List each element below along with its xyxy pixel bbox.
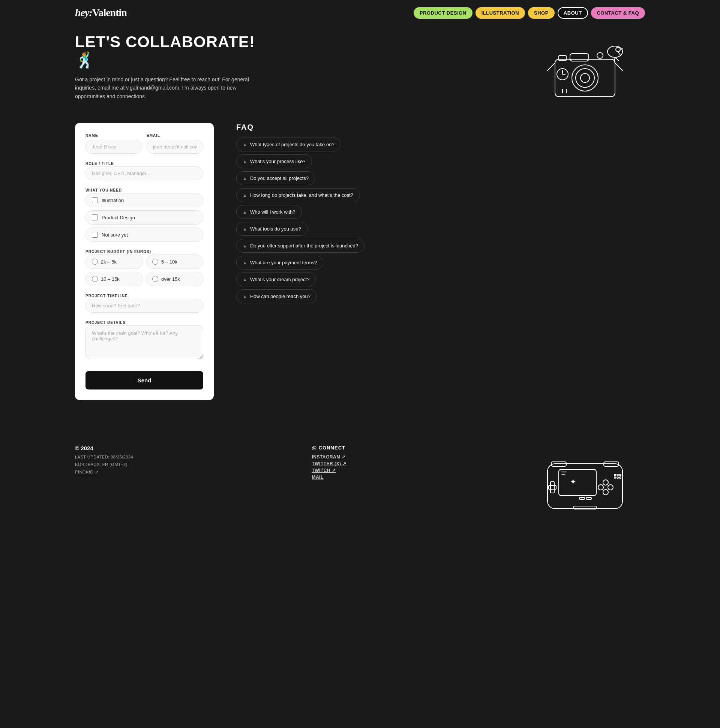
footer-link-mail[interactable]: MAIL [312,474,346,480]
budget-2k-5k[interactable]: 2k – 5k [86,255,143,269]
svg-point-27 [603,480,608,485]
radio-5-10k[interactable] [152,258,158,265]
faq-section: FAQ ▲What types of projects do you take … [236,123,645,306]
faq-arrow-icon: ▲ [243,277,247,282]
budget-5-10k[interactable]: 5 – 10k [146,255,203,269]
svg-line-17 [618,52,620,55]
email-group: EMAIL [147,133,203,154]
footer-link-twitch[interactable]: TWITCH ↗ [312,468,346,473]
budget-label: PROJECT BUDGET (IN EUROS) [86,250,151,254]
svg-point-29 [598,485,604,490]
footer-svg: ✦ [525,445,645,520]
option-illustration[interactable]: Illustration [86,193,203,207]
name-group: NAME [86,133,142,154]
hero-description: Got a project in mind or just a question… [75,75,262,101]
role-label: ROLE / TITLE [86,162,114,166]
faq-item-q6[interactable]: ▲What tools do you use? [236,222,308,236]
faq-arrow-icon: ▲ [243,193,247,198]
site-logo[interactable]: hey:Valentin [75,7,127,19]
footer-pinokio-link[interactable]: PINOKIO ↗ [75,470,98,474]
faq-item-q1[interactable]: ▲What types of projects do you take on? [236,138,341,151]
svg-point-30 [603,489,608,495]
email-label: EMAIL [147,133,203,138]
hero-left: Let's Collaborate! 🕺 Got a project in mi… [75,33,262,101]
nav-contact[interactable]: Contact & FAQ [591,7,645,19]
timeline-input[interactable] [86,299,203,313]
faq-arrow-icon: ▲ [243,142,247,147]
nav-about[interactable]: About [558,7,588,19]
svg-point-2 [576,69,594,87]
svg-point-6 [597,52,603,58]
faq-item-q10[interactable]: ▲How can people reach you? [236,289,317,303]
radio-over-15k[interactable] [152,276,158,282]
what-label: WHAT YOU NEED [86,188,122,192]
svg-point-15 [616,47,620,52]
email-link[interactable]: v.galmand@gmail.com [126,85,179,91]
checkbox-options: Illustration Product Design Not sure yet [86,193,203,242]
checkbox-not-sure[interactable] [92,232,98,238]
footer-illustration: ✦ [525,445,645,520]
contact-form-card: NAME EMAIL ROLE / TITLE WHAT YOU NEED Il… [75,123,214,400]
hero-illustration [525,33,645,108]
faq-item-q2[interactable]: ▲What's your process like? [236,154,312,168]
svg-line-8 [615,63,622,70]
details-label: PROJECT DETAILS [86,321,126,325]
svg-line-19 [615,57,619,61]
footer-left: © 2024 LAST UPDATED: 08/25/2024 BORDEAUX… [75,445,133,476]
svg-point-3 [581,73,590,83]
timeline-label: PROJECT TIMELINE [86,294,128,298]
faq-item-q7[interactable]: ▲Do you offer support after the project … [236,239,365,253]
budget-10-15k[interactable]: 10 – 15k [86,272,143,286]
svg-point-39 [617,477,618,478]
checkbox-product-design[interactable] [92,214,98,220]
faq-item-q5[interactable]: ▲Who will I work with? [236,205,302,219]
name-email-row: NAME EMAIL [86,133,203,154]
email-input[interactable] [147,140,203,154]
checkbox-illustration[interactable] [92,197,98,203]
nav-shop[interactable]: Shop [528,7,555,19]
hero-title: Let's Collaborate! 🕺 [75,33,262,69]
send-button[interactable]: Send [86,371,203,390]
radio-2k-5k[interactable] [92,258,98,265]
faq-arrow-icon: ▲ [243,159,247,164]
footer: © 2024 LAST UPDATED: 08/25/2024 BORDEAUX… [0,430,720,535]
details-textarea[interactable] [86,326,203,359]
faq-arrow-icon: ▲ [243,226,247,232]
faq-item-q4[interactable]: ▲How long do projects take, and what's t… [236,188,360,202]
svg-rect-21 [559,470,596,496]
svg-rect-26 [548,485,556,489]
svg-point-37 [619,474,621,476]
faq-item-q8[interactable]: ▲What are your payment terms? [236,255,323,269]
faq-item-q3[interactable]: ▲Do you accept all projects? [236,171,315,185]
svg-rect-32 [586,497,591,499]
footer-connect: @ CONNECT INSTAGRAM ↗TWITTER (X) ↗TWITCH… [312,445,346,480]
svg-point-14 [608,46,622,57]
option-product-design[interactable]: Product Design [86,210,203,225]
what-group: WHAT YOU NEED Illustration Product Desig… [86,186,203,242]
svg-point-35 [614,474,616,476]
svg-line-7 [547,63,555,70]
footer-last-updated: LAST UPDATED: 08/25/2024 [75,454,133,461]
footer-copyright: © 2024 [75,445,133,451]
timeline-group: PROJECT TIMELINE [86,292,203,313]
footer-meta: LAST UPDATED: 08/25/2024 BORDEAUX, FR (G… [75,454,133,476]
footer-location: BORDEAUX, FR (GMT+2) [75,461,133,469]
budget-over-15k[interactable]: over 15k [146,272,203,286]
footer-link-instagram[interactable]: INSTAGRAM ↗ [312,454,346,460]
radio-10-15k[interactable] [92,276,98,282]
main-content: NAME EMAIL ROLE / TITLE WHAT YOU NEED Il… [0,123,720,400]
faq-item-q9[interactable]: ▲What's your dream project? [236,272,316,286]
footer-link-twitter[interactable]: TWITTER (X) ↗ [312,461,346,466]
option-not-sure[interactable]: Not sure yet [86,228,203,242]
faq-arrow-icon: ▲ [243,260,247,265]
svg-point-36 [617,474,618,476]
budget-options: 2k – 5k 5 – 10k 10 – 15k over 15k [86,255,203,286]
nav-illustration[interactable]: Illustration [475,7,525,19]
faq-list: ▲What types of projects do you take on?▲… [236,138,645,303]
name-input[interactable] [86,140,142,154]
navigation: hey:Valentin Product Design Illustration… [0,0,720,26]
role-input[interactable] [86,167,203,180]
nav-product-design[interactable]: Product Design [414,7,472,19]
hero-svg [525,33,645,108]
svg-rect-31 [579,497,585,499]
